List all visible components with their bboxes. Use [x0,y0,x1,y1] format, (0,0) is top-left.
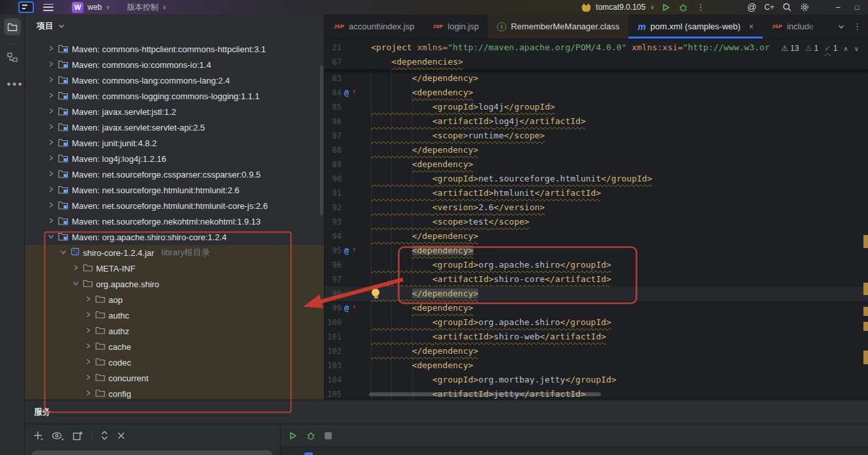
chevron-down-icon[interactable] [72,279,80,289]
editor-tab[interactable]: JSPinclude [763,14,820,39]
chevron-right-icon[interactable] [72,264,80,274]
tree-item[interactable]: Maven: net.sourceforge.cssparser:csspars… [25,166,324,182]
error-stripe-mark[interactable] [863,351,868,364]
chevron-right-icon[interactable] [84,311,92,321]
debug-button[interactable] [677,1,690,13]
code-line[interactable]: 95@↑ <dependency> [325,243,868,258]
line-number[interactable]: 92 [325,200,342,215]
code-line[interactable]: 86 <artifactId>log4j</artifactId> [325,114,868,129]
expand-all-button[interactable] [101,430,108,441]
editor-pane[interactable]: 21<project xmlns="http://maven.apache.or… [325,39,868,400]
hidden-tabs-chevron-icon[interactable] [837,23,845,31]
line-number[interactable]: 67 [325,55,342,69]
project-avatar[interactable]: W [72,2,84,13]
project-name[interactable]: web [88,3,102,12]
error-stripe-mark[interactable] [863,235,868,248]
service-row-highlight[interactable] [31,450,273,455]
line-number[interactable]: 86 [325,114,342,129]
project-panel-title[interactable]: 项目 [37,20,54,32]
line-number[interactable]: 98 [325,287,342,301]
tree-item[interactable]: Maven: commons-logging:commons-logging:1… [25,88,324,104]
open-in-new-tab-button[interactable] [72,431,83,441]
tree-item[interactable]: Maven: net.sourceforge.nekohtml:nekohtml… [25,213,324,229]
chevron-right-icon[interactable] [84,373,92,383]
code-line[interactable]: 103 <dependency> [325,358,868,373]
tree-item[interactable]: Maven: commons-httpclient:commons-httpcl… [25,41,324,57]
line-number[interactable]: 102 [325,344,342,358]
line-number[interactable]: 85 [325,100,342,114]
line-number[interactable]: 94 [325,229,342,243]
more-tool-windows-button[interactable]: ●●● [7,80,24,87]
intention-bulb-icon[interactable] [372,289,380,299]
editor-tab[interactable]: IRememberMeManager.class [488,14,628,39]
chevron-right-icon[interactable] [47,76,55,86]
error-stripe-mark[interactable] [863,307,868,316]
code-line[interactable]: 96 <groupId>org.apache.shiro</groupId> [325,258,868,272]
chevron-right-icon[interactable] [47,107,55,117]
code-line[interactable]: 98 </dependency> [325,287,868,301]
tab-close-icon[interactable]: × [749,22,754,31]
tree-scrollbar[interactable] [320,65,323,215]
project-tool-window-button[interactable] [4,18,21,35]
tree-item[interactable]: aop [25,292,324,307]
chevron-right-icon[interactable] [84,295,92,305]
view-options-button[interactable] [52,431,64,441]
code-line[interactable]: 83 </dependency> [325,71,868,86]
tab-options-icon[interactable]: ⋮ [853,22,861,31]
inspections-widget[interactable]: ⚠ 13 ⚠ 1 ✓ 1 ∧ ∨ [779,43,861,54]
line-number[interactable]: 97 [325,272,342,287]
line-number[interactable]: 100 [325,315,342,330]
search-everywhere-icon[interactable] [780,1,794,13]
tree-item[interactable]: Maven: log4j:log4j:1.2.16 [25,151,324,166]
chevron-down-icon[interactable] [47,232,55,242]
chevron-down-icon[interactable]: ∨ [163,4,167,10]
chevron-down-icon[interactable]: ∨ [650,4,654,10]
main-menu-button[interactable] [43,4,54,11]
code-line[interactable]: 88 </dependency> [325,143,868,157]
app-icon[interactable] [18,1,34,13]
chevron-right-icon[interactable] [84,358,92,368]
run-button[interactable] [659,1,672,13]
tree-item[interactable]: authz [25,323,324,339]
minimize-button[interactable]: − [831,3,845,12]
vcs-widget[interactable]: 版本控制 [127,2,159,13]
settings-gear-icon[interactable] [798,1,811,13]
line-number[interactable]: 95 [325,243,342,258]
code-line[interactable]: 94 </dependency> [325,229,868,243]
code-line[interactable]: 84@↑ <dependency> [325,86,868,100]
line-number[interactable]: 104 [325,373,342,387]
ai-assistant-icon[interactable]: @ [745,1,758,13]
tree-item[interactable]: org.apache.shiro [25,276,324,292]
horizontal-scrollbar[interactable] [369,392,601,396]
tree-item[interactable]: authc [25,307,324,323]
line-number[interactable]: 93 [325,215,342,229]
chevron-right-icon[interactable] [47,91,55,101]
tree-item[interactable]: Maven: net.sourceforge.htmlunit:htmlunit… [25,182,324,198]
chevron-right-icon[interactable] [84,389,92,399]
editor-tab[interactable]: JSPlogin.jsp [423,14,488,39]
chevron-right-icon[interactable] [47,60,55,70]
line-number[interactable]: 105 [325,387,342,400]
chevron-down-icon[interactable] [57,22,65,30]
tree-item[interactable]: Maven: commons-lang:commons-lang:2.4 [25,72,324,88]
chevron-right-icon[interactable] [47,138,55,148]
chevron-right-icon[interactable] [84,326,92,336]
tree-item[interactable]: Maven: junit:junit:4.8.2 [25,135,324,151]
code-line[interactable]: 97 <artifactId>shiro-core</artifactId> [325,272,868,287]
tree-item[interactable]: concurrent [25,370,324,386]
chevron-down-icon[interactable] [59,248,67,258]
code-line[interactable]: 87 <scope>runtime</scope> [325,129,868,143]
code-line[interactable]: 99@↑ <dependency> [325,301,868,315]
line-number[interactable]: 103 [325,358,342,373]
tree-item[interactable]: Maven: commons-io:commons-io:1.4 [25,57,324,72]
code-line[interactable]: 90 <groupId>net.sourceforge.htmlunit</gr… [325,172,868,186]
services-panel-title[interactable]: 服务 [34,406,51,418]
code-line[interactable]: 92 <version>2.6</version> [325,200,868,215]
add-service-button[interactable] [33,430,43,441]
tree-item[interactable]: META-INF [25,260,324,276]
tree-item[interactable]: codec [25,354,324,370]
line-number[interactable]: 91 [325,186,342,200]
service-debug-button[interactable] [306,431,315,440]
dependency-gutter-icon[interactable]: @↑ [344,243,356,258]
line-number[interactable]: 99 [325,301,342,315]
